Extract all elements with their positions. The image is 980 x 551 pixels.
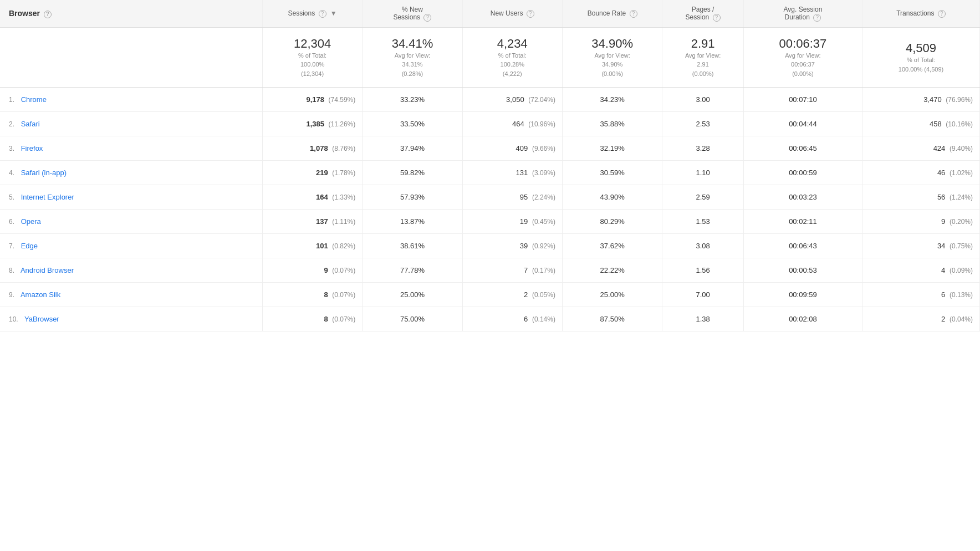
totals-avg-session-sub: Avg for View:00:06:37(0.00%) [748, 51, 858, 79]
table-row: 3. Firefox 1,078 (8.76%) 37.94% 409 (9.6… [0, 136, 980, 161]
pages-session-cell: 3.00 [662, 88, 744, 112]
totals-bounce-rate-cell: 34.90% Avg for View:34.90%(0.00%) [562, 27, 662, 88]
bounce-rate-value: 43.90% [600, 193, 625, 201]
new-users-main: 6 [524, 315, 528, 323]
avg-session-cell: 00:03:23 [743, 185, 862, 210]
analytics-table: Browser ? Sessions ? ▼ % NewSessions ? N… [0, 0, 980, 331]
avg-session-cell: 00:09:59 [743, 283, 862, 307]
bounce-rate-help-icon[interactable]: ? [630, 10, 637, 18]
new-users-pct: (0.45%) [532, 218, 555, 226]
transactions-main: 9 [941, 217, 945, 226]
new-users-help-icon[interactable]: ? [527, 10, 534, 18]
new-users-cell: 409 (9.66%) [462, 136, 562, 161]
pages-session-column-header[interactable]: Pages /Session ? [662, 0, 744, 27]
new-users-pct: (0.14%) [532, 315, 555, 323]
pages-session-value: 3.00 [696, 95, 710, 104]
browser-link[interactable]: Firefox [21, 144, 43, 152]
browser-link[interactable]: Android Browser [21, 266, 74, 274]
sessions-pct: (0.07%) [332, 267, 355, 274]
pct-new-sessions-cell: 59.82% [363, 161, 462, 185]
sessions-pct: (1.33%) [332, 193, 355, 201]
sessions-cell: 8 (0.07%) [262, 307, 362, 331]
new-users-column-header[interactable]: New Users ? [462, 0, 562, 27]
browser-link[interactable]: Internet Explorer [21, 193, 74, 201]
transactions-cell: 2 (0.04%) [862, 307, 980, 331]
transactions-main: 4 [941, 266, 945, 274]
browser-cell: 6. Opera [0, 210, 262, 234]
bounce-rate-value: 25.00% [600, 290, 625, 299]
pages-session-cell: 2.59 [662, 185, 744, 210]
pages-session-value: 1.56 [696, 266, 710, 274]
bounce-rate-value: 35.88% [600, 120, 625, 128]
new-users-main: 464 [512, 120, 524, 128]
browser-link[interactable]: Opera [21, 217, 41, 226]
transactions-cell: 424 (9.40%) [862, 136, 980, 161]
browser-link[interactable]: Edge [21, 242, 38, 250]
sessions-cell: 9 (0.07%) [262, 258, 362, 283]
transactions-pct: (10.16%) [946, 120, 973, 128]
bounce-rate-cell: 37.62% [562, 234, 662, 258]
sessions-column-header[interactable]: Sessions ? ▼ [262, 0, 362, 27]
sessions-help-icon[interactable]: ? [319, 10, 326, 18]
browser-cell: 2. Safari [0, 112, 262, 136]
sessions-cell: 101 (0.82%) [262, 234, 362, 258]
new-users-main: 95 [520, 193, 528, 201]
transactions-help-icon[interactable]: ? [938, 10, 946, 18]
browser-cell: 3. Firefox [0, 136, 262, 161]
browser-link[interactable]: Amazon Silk [21, 290, 60, 299]
new-users-pct: (72.04%) [528, 96, 555, 104]
row-rank: 8. [9, 267, 14, 274]
pages-session-cell: 1.53 [662, 210, 744, 234]
transactions-pct: (0.04%) [950, 315, 973, 323]
table-row: 10. YaBrowser 8 (0.07%) 75.00% 6 (0.14%)… [0, 307, 980, 331]
bounce-rate-column-header[interactable]: Bounce Rate ? [562, 0, 662, 27]
transactions-cell: 46 (1.02%) [862, 161, 980, 185]
sessions-pct: (1.78%) [332, 169, 355, 177]
avg-session-column-header[interactable]: Avg. SessionDuration ? [743, 0, 862, 27]
totals-new-users-sub: % of Total:100.28%(4,222) [467, 51, 558, 79]
new-users-main: 3,050 [506, 95, 524, 104]
transactions-column-header[interactable]: Transactions ? [862, 0, 980, 27]
pct-new-sessions-label: % NewSessions [393, 6, 423, 21]
new-users-label: New Users [491, 9, 523, 17]
row-rank: 10. [9, 315, 18, 323]
browser-link[interactable]: YaBrowser [24, 315, 59, 323]
sessions-main: 9,178 [306, 95, 324, 104]
transactions-main: 56 [937, 193, 945, 201]
pct-new-sessions-help-icon[interactable]: ? [423, 14, 431, 22]
bounce-rate-value: 32.19% [600, 144, 625, 152]
sessions-main: 9 [324, 266, 328, 274]
browser-link[interactable]: Safari (in-app) [21, 169, 67, 177]
totals-sessions-cell: 12,304 % of Total:100.00%(12,304) [262, 27, 362, 88]
transactions-main: 424 [933, 144, 946, 152]
browser-help-icon[interactable]: ? [44, 11, 52, 18]
browser-link[interactable]: Safari [21, 120, 40, 128]
table-row: 7. Edge 101 (0.82%) 38.61% 39 (0.92%) 37… [0, 234, 980, 258]
pct-new-sessions-cell: 13.87% [363, 210, 462, 234]
pct-new-sessions-value: 25.00% [400, 290, 425, 299]
transactions-main: 458 [930, 120, 942, 128]
totals-row: 12,304 % of Total:100.00%(12,304) 34.41%… [0, 27, 980, 88]
sessions-pct: (0.82%) [332, 242, 355, 250]
row-rank: 7. [9, 242, 14, 250]
pct-new-sessions-cell: 37.94% [363, 136, 462, 161]
pct-new-sessions-value: 33.50% [400, 120, 425, 128]
sessions-main: 8 [324, 315, 328, 323]
sessions-main: 164 [316, 193, 328, 201]
new-users-cell: 7 (0.17%) [462, 258, 562, 283]
browser-cell: 1. Chrome [0, 88, 262, 112]
transactions-label: Transactions [896, 9, 934, 17]
avg-session-help-icon[interactable]: ? [813, 14, 821, 22]
avg-session-value: 00:00:53 [789, 266, 817, 274]
pct-new-sessions-value: 37.94% [400, 144, 425, 152]
bounce-rate-label: Bounce Rate [588, 9, 626, 17]
browser-link[interactable]: Chrome [21, 95, 47, 104]
sessions-sort-icon[interactable]: ▼ [330, 9, 337, 17]
new-users-cell: 131 (3.09%) [462, 161, 562, 185]
new-users-cell: 39 (0.92%) [462, 234, 562, 258]
pct-new-sessions-column-header[interactable]: % NewSessions ? [363, 0, 462, 27]
sessions-pct: (8.76%) [332, 145, 355, 152]
transactions-main: 2 [941, 315, 945, 323]
transactions-pct: (0.75%) [950, 242, 973, 250]
pages-session-help-icon[interactable]: ? [713, 14, 721, 22]
